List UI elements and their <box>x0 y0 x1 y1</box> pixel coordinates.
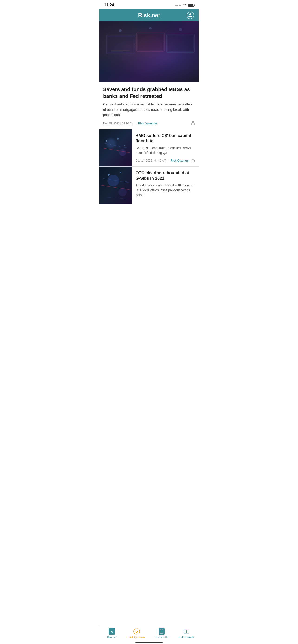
main-article-title: Savers and funds grabbed MBSs as banks a… <box>103 86 195 100</box>
article-date: Dec 15, 2022 | 04:30 AM <box>103 122 134 125</box>
svg-point-33 <box>193 161 194 161</box>
app-header: Risk.net <box>99 9 199 21</box>
content-area: Savers and funds grabbed MBSs as banks a… <box>99 21 199 222</box>
card-article-image-2 <box>99 167 132 204</box>
main-article[interactable]: Savers and funds grabbed MBSs as banks a… <box>99 82 199 129</box>
svg-rect-5 <box>168 35 193 52</box>
svg-point-30 <box>117 138 119 140</box>
svg-point-25 <box>106 139 116 148</box>
main-article-meta: Dec 15, 2022 | 04:30 AM | Risk Quantum <box>103 121 195 126</box>
card-article-meta-1: Dec 14, 2022 | 04:30 AM | Risk Quantum <box>136 158 195 163</box>
svg-point-39 <box>108 174 110 176</box>
card-article-summary-2: Trend reverses as bilateral settlement o… <box>136 183 195 198</box>
card-article-date-1: Dec 14, 2022 | 04:30 AM <box>136 159 166 162</box>
svg-point-31 <box>124 145 125 146</box>
svg-point-10 <box>179 28 182 31</box>
status-time: 11:24 <box>104 3 114 8</box>
card-article-1[interactable]: BMO suffers C$10bn capital floor bite Ch… <box>99 129 199 167</box>
user-avatar-button[interactable] <box>187 12 194 19</box>
svg-line-6 <box>134 42 136 44</box>
wifi-icon <box>183 3 187 7</box>
svg-line-7 <box>164 42 167 43</box>
signal-icon <box>175 5 181 6</box>
hero-image[interactable] <box>99 21 199 82</box>
svg-point-35 <box>107 175 119 186</box>
svg-line-21 <box>164 30 169 33</box>
paywall-lock-icon <box>191 121 195 126</box>
card-paywall-lock-1 <box>192 158 195 163</box>
header-logo: Risk.net <box>138 12 160 18</box>
svg-line-18 <box>106 32 111 35</box>
svg-line-20 <box>136 30 141 33</box>
card-article-content-2: OTC clearing rebounded at G-Sibs in 2021… <box>132 167 199 204</box>
battery-icon <box>188 4 194 7</box>
card-article-2[interactable]: OTC clearing rebounded at G-Sibs in 2021… <box>99 167 199 204</box>
svg-point-14 <box>113 42 132 61</box>
card-article-title-2: OTC clearing rebounded at G-Sibs in 2021 <box>136 170 195 181</box>
svg-point-9 <box>149 27 152 30</box>
svg-point-29 <box>106 140 107 142</box>
article-meta-left: Dec 15, 2022 | 04:30 AM | Risk Quantum <box>103 122 157 125</box>
card-article-image-1 <box>99 129 132 166</box>
svg-point-36 <box>118 188 127 196</box>
svg-point-41 <box>126 181 127 182</box>
svg-point-40 <box>120 172 121 173</box>
card-article-summary-1: Charges to constraint-modelled RWAs rose… <box>136 146 195 155</box>
main-article-summary: Central banks and commercial lenders bec… <box>103 102 195 118</box>
svg-point-26 <box>119 149 126 156</box>
svg-line-17 <box>99 58 199 61</box>
article-tag: Risk Quantum <box>138 122 157 125</box>
status-icons <box>175 3 194 7</box>
svg-point-8 <box>119 29 122 32</box>
card-article-title-1: BMO suffers C$10bn capital floor bite <box>136 133 195 144</box>
card-article-content-1: BMO suffers C$10bn capital floor bite Ch… <box>132 129 199 166</box>
status-bar: 11:24 <box>99 0 199 9</box>
svg-point-23 <box>193 124 194 124</box>
card-article-tag-1: Risk Quantum <box>171 159 189 162</box>
